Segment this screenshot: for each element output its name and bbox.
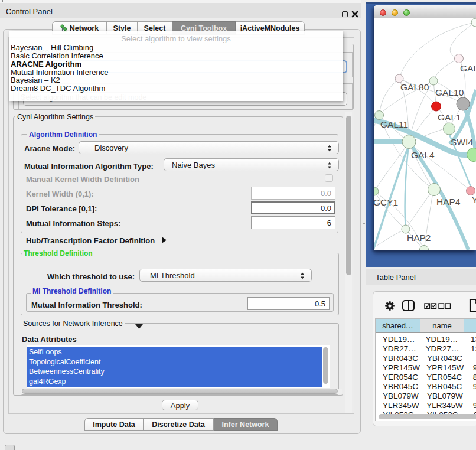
svg-text:GAL11: GAL11 [380, 119, 408, 129]
svg-text:GAL4: GAL4 [411, 150, 435, 160]
svg-text:GAL1: GAL1 [438, 112, 461, 122]
svg-text:GAL80: GAL80 [400, 82, 429, 92]
svg-text:GAL10: GAL10 [435, 87, 464, 97]
svg-text:HAP4: HAP4 [436, 197, 461, 207]
svg-text:HAP2: HAP2 [407, 233, 431, 243]
svg-text:GAL: GAL [460, 63, 476, 73]
svg-text:GCY1: GCY1 [374, 197, 398, 207]
svg-text:SWI4: SWI4 [451, 137, 473, 147]
svg-text:Y: Y [472, 195, 476, 205]
